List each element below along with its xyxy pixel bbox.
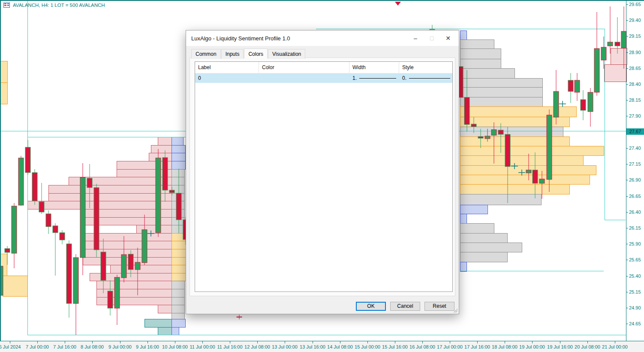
candle-bear [108,291,113,308]
candle-bear [46,214,51,227]
profile-bar-pinkzone [604,64,626,82]
profile-bar-pink [83,249,172,257]
profile-bar-gray [172,225,184,233]
candle-bull [526,170,531,173]
candle-bear [176,193,181,220]
profile-bar-orange [460,137,569,146]
profile-bar-gray [172,305,184,313]
time-tick-label: 7 Jul 16:00 [53,344,76,349]
price-tick-label: 29.40 [629,18,641,23]
time-tick-label: 9 Jul 16:00 [136,344,159,349]
profile-bar-gray [172,313,184,319]
time-tick-label: 15 Jul 00:00 [355,344,380,349]
symbol-label-text: AVALANCH, H4: 1 LOT = 500 AVALANCH [13,3,105,8]
profile-bar-teal [158,327,172,335]
candle-bull [601,47,606,60]
candle-bear [163,158,168,190]
time-tick-label: 14 Jul 08:00 [327,344,353,349]
row-width-cell[interactable]: 1. [349,75,399,81]
minimize-button[interactable]: – [407,33,424,43]
profile-bar-pink [136,225,172,233]
close-button[interactable]: ✕ [440,33,456,43]
profile-bar-orange [172,265,186,273]
profile-bar-pinkzone [611,48,627,64]
profile-bar-blue [172,153,185,161]
profile-bar-blue [460,30,466,39]
profile-bar-gray [460,87,542,97]
profile-bar-blue [172,137,183,145]
profile-bar-teal [144,319,172,327]
price-tick-label: 28.90 [629,50,641,55]
profile-bar-orange [460,184,569,194]
row-style-cell[interactable]: 0. [399,75,452,81]
column-header-color: Color [259,62,349,73]
profile-bar-blue [172,145,185,153]
profile-bar-pink [151,145,172,153]
row-label-cell[interactable]: 0 [195,75,259,81]
candle-bear [464,97,469,124]
price-tick-label: 26.90 [629,177,641,182]
tab-colors[interactable]: Colors [244,49,268,58]
price-tick-label: 24.90 [629,305,641,310]
candle-bull [594,49,599,92]
candle-bull [80,177,85,258]
dialog-title: LuxAlgo - Liquidity Sentiment Profile 1.… [191,35,290,42]
time-tick-label: 16 Jul 08:00 [409,344,435,349]
profile-bar-orange [172,241,186,249]
profile-bar-gray [172,289,184,297]
candle-bear [581,100,586,110]
profile-bar-gray [172,169,184,177]
time-tick-label: 19 Jul 16:00 [547,344,573,349]
time-tick-label: 13 Jul 00:00 [272,344,298,349]
candle-bull [554,91,559,117]
candle-bear [568,80,573,91]
time-tick-label: 13 Jul 16:00 [300,344,325,349]
colors-table: Label Color Width Style 0 1. 0. [195,61,453,292]
time-tick-label: 6 Jul 2024 [0,344,21,349]
candle-bull [156,158,161,233]
table-row[interactable]: 0 1. 0. [195,73,452,83]
candle-bull [621,31,626,48]
resize-grip-icon[interactable] [453,308,457,313]
tab-visualization[interactable]: Visualization [268,49,305,59]
profile-bar-pink [158,305,172,313]
width-sample-line [359,78,396,79]
profile-bar-gray [460,97,542,106]
profile-bar-orange [172,257,186,265]
profile-bar-blue [172,319,185,327]
tab-common[interactable]: Common [191,49,221,59]
price-tick-label: 25.65 [629,257,641,262]
reset-button[interactable]: Reset [424,302,454,311]
time-tick-label: 12 Jul 08:00 [244,344,270,349]
price-tick-label: 29.15 [629,33,641,39]
cancel-button[interactable]: Cancel [390,302,420,311]
profile-bar-blue [460,262,466,271]
candle-bear [39,202,44,212]
dialog-titlebar[interactable]: LuxAlgo - Liquidity Sentiment Profile 1.… [186,30,459,46]
profile-bar-blue [460,214,466,223]
profile-bar-gray [460,252,507,262]
column-header-label: Label [195,62,259,73]
tab-inputs[interactable]: Inputs [221,49,244,59]
time-tick-label: 15 Jul 16:00 [382,344,408,349]
time-tick-label: 17 Jul 16:00 [464,344,490,349]
price-tick-label: 24.65 [629,321,641,326]
profile-bar-orange [172,249,186,257]
candle-bear [498,130,503,134]
profile-bar-blue [172,161,185,169]
profile-bar-gray [460,59,501,68]
candle-bear [32,173,37,201]
candle-bear [94,188,99,250]
time-tick-label: 11 Jul 00:00 [190,344,215,349]
profile-bar-gray [460,223,494,233]
time-tick-label: 9 Jul 00:00 [108,344,132,349]
profile-bar-pink [83,257,172,265]
candle-bear [478,137,483,138]
candle-bull [142,230,147,263]
profile-bar-orange [3,276,27,296]
trading-app-window: 29.6529.4029.1528.9028.6528.4028.1527.90… [0,0,644,352]
candle-bull [73,258,78,303]
ok-button[interactable]: OK [356,302,386,311]
profile-bar-gray [460,78,542,87]
profile-bar-orange [0,61,7,82]
